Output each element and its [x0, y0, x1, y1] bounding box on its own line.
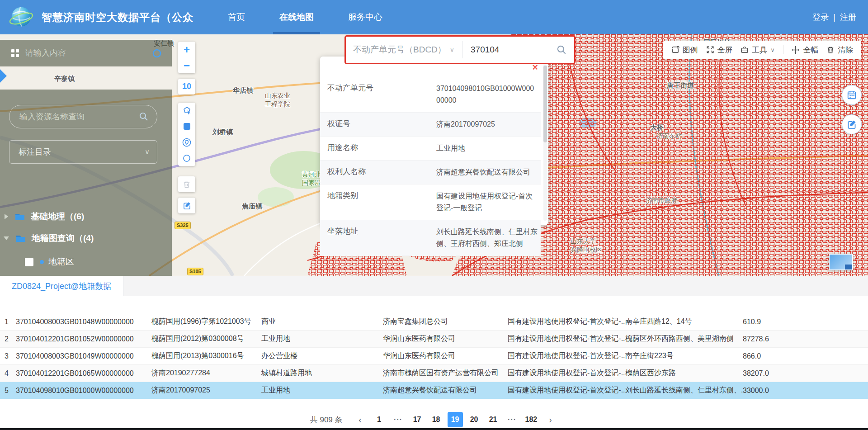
clear-button[interactable]: 清除 [826, 45, 853, 55]
table-row[interactable]: 2 370104012201GB01052W00000000 槐荫国用(2012… [0, 331, 868, 348]
divider [462, 41, 462, 58]
point-select-tool[interactable] [178, 134, 195, 150]
search-icon[interactable] [152, 48, 162, 58]
map-label: 山东农业 工程学院 [265, 91, 290, 109]
tools-dropdown-button[interactable]: 工具 ∨ [741, 45, 775, 55]
scrollbar-thumb[interactable] [543, 66, 547, 142]
road-shield-label: S325 [175, 222, 191, 229]
search-icon[interactable] [556, 44, 567, 55]
search-field-select[interactable]: 不动产单元号（BDCD） ∨ [346, 44, 461, 56]
rectangle-select-tool[interactable] [178, 118, 195, 134]
field-value: 工业用地 [436, 137, 541, 160]
cell-area: 33000.0 [743, 387, 868, 395]
cell-registration: 国有建设用地使用权登记-首次登记-... [508, 334, 625, 344]
layer-panel: 标注目录 ∨ 基础地理（(6) 地籍图查询（(4) 地籍区 地籍子区 [0, 90, 172, 276]
expand-down-icon[interactable] [4, 236, 9, 240]
select-polygon-tool[interactable] [178, 103, 195, 118]
panel-expand-arrow[interactable] [0, 69, 7, 83]
annotate-tool[interactable] [178, 198, 195, 213]
trash-icon [183, 180, 191, 189]
ellipsis-next[interactable]: ··· [505, 412, 520, 427]
page-button[interactable]: 182 [524, 412, 539, 427]
folder-icon [15, 234, 26, 243]
login-link[interactable]: 登录 [812, 12, 829, 23]
map-label: 山东大学 兴隆山校区 [571, 237, 602, 254]
page-button[interactable]: 1 [372, 412, 387, 427]
cell-bdcd: 370104012201GB01065W00000000 [16, 369, 151, 378]
toolbar-label: 图例 [683, 45, 698, 55]
zoom-in-button[interactable]: + [178, 42, 195, 57]
map-label: 刘桥镇 [212, 128, 233, 136]
table-row[interactable]: 4 370104012201GB01065W00000000 济南2019027… [0, 365, 868, 382]
zoom-out-button[interactable]: − [178, 57, 195, 73]
cell-certificate: 槐荫国用(2012)第0300008号 [151, 334, 261, 344]
nav-item-home[interactable]: 首页 [222, 0, 251, 34]
window-bottom-edge [0, 428, 868, 430]
auth-divider: | [833, 13, 835, 22]
cell-registration: 国有建设用地使用权登记-首次登记-... [508, 386, 625, 395]
edit-pencil-icon [183, 201, 191, 210]
page-button[interactable]: 20 [467, 412, 482, 427]
cell-area: 87278.6 [743, 335, 868, 343]
map-label: 辛寨镇 [54, 74, 75, 83]
close-icon[interactable]: × [532, 63, 538, 72]
map-canvas[interactable]: 安仁镇辛寨镇华店镇山东农业 工程学院刘桥镇焦庙镇黄河北展区 国家湿地公园唐王街道… [0, 34, 868, 276]
circle-select-tool[interactable] [178, 150, 195, 166]
next-page-button[interactable]: › [542, 412, 558, 427]
polygon-select-icon [183, 106, 191, 115]
page-button[interactable]: 18 [429, 412, 444, 427]
prev-page-button[interactable]: ‹ [353, 412, 368, 427]
cell-address: 南辛庄西路12、14号 [625, 317, 743, 326]
resource-search-box [9, 105, 157, 128]
search-value-input[interactable] [471, 45, 549, 55]
field-label: 权证号 [320, 113, 436, 136]
table-row[interactable]: 1 370104008003GB01048W00000000 槐荫国用(1996… [0, 313, 868, 331]
cell-address: 槐荫区外环西路西侧、美里湖南侧 [625, 334, 743, 344]
layer-item-cadastral-district[interactable]: 地籍区 [25, 256, 74, 268]
full-extent-button[interactable]: 全幅 [791, 45, 818, 55]
filled-square-icon [183, 123, 191, 130]
resource-search-input[interactable] [19, 112, 139, 122]
clear-draw-tool[interactable] [178, 176, 195, 192]
expand-right-icon[interactable] [5, 214, 8, 219]
page-button-active[interactable]: 19 [448, 412, 463, 427]
toolbar-label: 清除 [838, 45, 853, 55]
page-button[interactable]: 17 [410, 412, 425, 427]
table-row-selected[interactable]: 5 370104098010GB01000W00000000 济南2017009… [0, 382, 868, 399]
cell-registration: 国有建设用地使用权登记-首次登记-... [508, 317, 625, 326]
nav-item-online-map[interactable]: 在线地图 [273, 0, 320, 34]
tree-node-count: (6) [74, 212, 84, 221]
toolbar-label: 工具 [752, 45, 767, 55]
search-field-label: 不动产单元号（BDCD） [353, 44, 446, 56]
ellipsis-prev[interactable]: ··· [391, 412, 406, 427]
apps-grid-icon[interactable] [11, 49, 19, 57]
table-row[interactable]: 3 370104008003GB01049W00000000 槐荫国用(2013… [0, 348, 868, 365]
register-link[interactable]: 注册 [840, 12, 856, 23]
search-icon[interactable] [139, 112, 149, 122]
layer-checkbox[interactable] [25, 258, 33, 266]
tree-node-basic-geography[interactable]: 基础地理（(6) [5, 211, 84, 222]
map-label: 大桥 [650, 123, 664, 132]
page-button[interactable]: 21 [486, 412, 501, 427]
swipe-compare-button[interactable] [842, 85, 862, 105]
popup-row: 权利人名称 济南超意兴餐饮配送有限公司 [320, 161, 541, 184]
overview-map-toggle[interactable] [829, 254, 853, 270]
field-label: 地籍类别 [320, 184, 436, 220]
cell-area: 866.0 [743, 352, 868, 360]
tree-node-cadastral-query[interactable]: 地籍图查询（(4) [4, 232, 94, 244]
tab-cadastral-data[interactable]: ZD0824_Project@地籍数据 [0, 276, 123, 296]
top-navbar: 智慧济南时空大数据平台（公众 首页 在线地图 服务中心 登录 | 注册 [0, 0, 868, 34]
folder-icon [14, 212, 25, 221]
field-label: 用途名称 [320, 137, 436, 160]
bdcd-search-bar: 不动产单元号（BDCD） ∨ [344, 35, 576, 64]
quick-search-input[interactable] [25, 48, 146, 58]
nav-item-service-center[interactable]: 服务中心 [342, 0, 389, 34]
fullscreen-button[interactable]: 全屏 [706, 45, 733, 55]
globe-logo-icon [7, 3, 35, 31]
results-table: 1 370104008003GB01048W00000000 槐荫国用(1996… [0, 313, 868, 399]
sketch-button[interactable] [842, 114, 862, 134]
catalog-select[interactable]: 标注目录 ∨ [9, 140, 157, 164]
legend-button[interactable]: 图例 [671, 45, 698, 55]
cell-owner: 济南宝鑫集团总公司 [383, 317, 508, 326]
edit-pencil-icon [847, 119, 857, 129]
